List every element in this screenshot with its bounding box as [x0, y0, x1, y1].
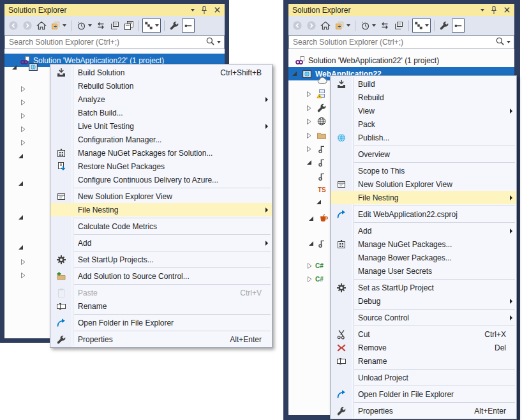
- collapse-all-button[interactable]: [392, 19, 405, 33]
- properties-button[interactable]: [168, 19, 181, 33]
- collapse-all-button[interactable]: [108, 19, 121, 33]
- menu-item-configuration-manager[interactable]: Configuration Manager...: [50, 133, 272, 146]
- solution-node[interactable]: Solution 'WebApplication22' (1 project): [288, 54, 514, 67]
- menu-item-view[interactable]: View: [331, 104, 516, 117]
- window-position-button[interactable]: [481, 9, 484, 11]
- pending-changes-filter-button[interactable]: [359, 19, 377, 33]
- pending-changes-filter-button[interactable]: [75, 19, 93, 33]
- expanded-expander-icon[interactable]: [308, 241, 314, 246]
- switch-views-button[interactable]: [333, 19, 352, 33]
- menu-item-configure-continuous-delivery-to-azure[interactable]: Configure Continuous Delivery to Azure..…: [50, 173, 272, 186]
- menu-item-open-folder-in-file-explorer[interactable]: Open Folder in File Explorer: [331, 387, 516, 401]
- search-input[interactable]: [5, 38, 205, 47]
- tool-window-titlebar[interactable]: Solution Explorer: [4, 4, 225, 16]
- collapsed-expander-icon[interactable]: [20, 113, 26, 119]
- collapsed-expander-icon[interactable]: [20, 259, 26, 265]
- menu-item-file-nesting[interactable]: File Nesting: [50, 203, 272, 216]
- expanded-expander-icon[interactable]: [308, 216, 314, 221]
- switch-views-button[interactable]: [49, 19, 68, 33]
- pin-button[interactable]: [200, 6, 208, 15]
- nav-back-button[interactable]: [7, 19, 20, 33]
- expanded-expander-icon[interactable]: [11, 64, 17, 70]
- menu-item-properties[interactable]: PropertiesAlt+Enter: [50, 333, 272, 346]
- menu-item-source-control[interactable]: Source Control: [331, 311, 516, 324]
- collapsed-expander-icon[interactable]: [306, 133, 312, 139]
- menu-item-calculate-code-metrics[interactable]: Calculate Code Metrics: [50, 220, 272, 233]
- menu-item-manage-user-secrets[interactable]: Manage User Secrets: [331, 264, 516, 278]
- menu-item-batch-build[interactable]: Batch Build...: [50, 106, 272, 119]
- collapsed-expander-icon[interactable]: [307, 276, 313, 282]
- menu-item-add[interactable]: Add: [50, 236, 272, 250]
- search-icon[interactable]: [495, 36, 505, 48]
- menu-item-analyze[interactable]: Analyze: [50, 93, 272, 106]
- sync-with-active-document-button[interactable]: [142, 19, 161, 33]
- expanded-expander-icon[interactable]: [18, 214, 24, 220]
- menu-item-live-unit-testing[interactable]: Live Unit Testing: [50, 119, 272, 133]
- menu-item-debug[interactable]: Debug: [331, 294, 516, 308]
- collapsed-expander-icon[interactable]: [20, 100, 26, 105]
- home-button[interactable]: [319, 19, 332, 33]
- menu-item-remove[interactable]: RemoveDel: [331, 341, 516, 354]
- collapsed-expander-icon[interactable]: [306, 91, 312, 97]
- collapsed-expander-icon[interactable]: [20, 126, 26, 132]
- menu-item-restore-nuget-packages[interactable]: Restore NuGet Packages: [50, 160, 272, 173]
- preview-selected-items-button[interactable]: [452, 19, 465, 33]
- close-button[interactable]: [214, 6, 221, 13]
- collapsed-expander-icon[interactable]: [306, 119, 312, 124]
- pin-button[interactable]: [490, 6, 498, 15]
- menu-item-build[interactable]: Build: [331, 77, 516, 91]
- menu-item-open-folder-in-file-explorer[interactable]: Open Folder in File Explorer: [50, 316, 272, 329]
- sync-with-active-document-button[interactable]: [412, 19, 431, 33]
- menu-item-properties[interactable]: PropertiesAlt+Enter: [331, 404, 516, 417]
- search-icon[interactable]: [205, 36, 215, 48]
- collapsed-expander-icon[interactable]: [306, 146, 312, 152]
- menu-item-scope-to-this[interactable]: Scope to This: [331, 164, 516, 177]
- close-button[interactable]: [503, 6, 511, 13]
- menu-item-new-solution-explorer-view[interactable]: New Solution Explorer View: [50, 190, 272, 203]
- search-options-chevron-icon[interactable]: [507, 41, 511, 43]
- properties-window-button[interactable]: [123, 19, 135, 33]
- collapsed-expander-icon[interactable]: [20, 273, 26, 278]
- collapsed-expander-icon[interactable]: [307, 263, 313, 269]
- properties-button[interactable]: [438, 19, 451, 33]
- expanded-expander-icon[interactable]: [18, 181, 24, 186]
- search-options-chevron-icon[interactable]: [217, 41, 221, 43]
- preview-selected-items-button[interactable]: [182, 19, 195, 33]
- menu-item-unload-project[interactable]: Unload Project: [331, 371, 516, 384]
- collapsed-expander-icon[interactable]: [20, 140, 26, 146]
- tool-window-titlebar[interactable]: Solution Explorer: [288, 4, 514, 16]
- menu-item-build-solution[interactable]: Build SolutionCtrl+Shift+B: [50, 66, 272, 79]
- expanded-expander-icon[interactable]: [18, 153, 24, 159]
- expanded-expander-icon[interactable]: [18, 244, 24, 250]
- nav-forward-button[interactable]: [305, 19, 318, 33]
- menu-item-manage-bower-packages[interactable]: Manage Bower Packages...: [331, 251, 516, 264]
- menu-item-manage-nuget-packages[interactable]: Manage NuGet Packages...: [331, 237, 516, 251]
- sync-selection-button[interactable]: [94, 19, 107, 33]
- expanded-expander-icon[interactable]: [316, 199, 322, 205]
- nav-back-button[interactable]: [291, 19, 304, 33]
- menu-item-set-startup-projects[interactable]: Set StartUp Projects...: [50, 253, 272, 266]
- sync-selection-button[interactable]: [378, 19, 391, 33]
- menu-item-add-solution-to-source-control[interactable]: Add Solution to Source Control...: [50, 269, 272, 283]
- menu-item-rebuild[interactable]: Rebuild: [331, 91, 516, 104]
- menu-item-rename[interactable]: Rename: [331, 354, 516, 368]
- menu-item-set-as-startup-project[interactable]: Set as StartUp Project: [331, 281, 516, 294]
- menu-item-pack[interactable]: Pack: [331, 117, 516, 131]
- collapsed-expander-icon[interactable]: [306, 105, 312, 111]
- menu-item-manage-nuget-packages-for-solution[interactable]: Manage NuGet Packages for Solution...: [50, 146, 272, 160]
- nav-forward-button[interactable]: [21, 19, 34, 33]
- expanded-expander-icon[interactable]: [292, 71, 297, 77]
- menu-item-overview[interactable]: Overview: [331, 147, 516, 161]
- menu-item-file-nesting[interactable]: File Nesting: [331, 191, 516, 204]
- menu-item-add[interactable]: Add: [331, 224, 516, 237]
- window-position-button[interactable]: [191, 9, 195, 11]
- collapsed-expander-icon[interactable]: [20, 86, 26, 92]
- menu-item-publish[interactable]: Publish...: [331, 131, 516, 144]
- menu-item-rename[interactable]: Rename: [50, 299, 272, 313]
- expanded-expander-icon[interactable]: [306, 160, 312, 165]
- menu-item-new-solution-explorer-view[interactable]: New Solution Explorer View: [331, 177, 516, 191]
- menu-item-rebuild-solution[interactable]: Rebuild Solution: [50, 79, 272, 93]
- home-button[interactable]: [35, 19, 48, 33]
- search-input[interactable]: [289, 38, 495, 47]
- menu-item-edit-webapplication22-csproj[interactable]: Edit WebApplication22.csproj: [331, 207, 516, 221]
